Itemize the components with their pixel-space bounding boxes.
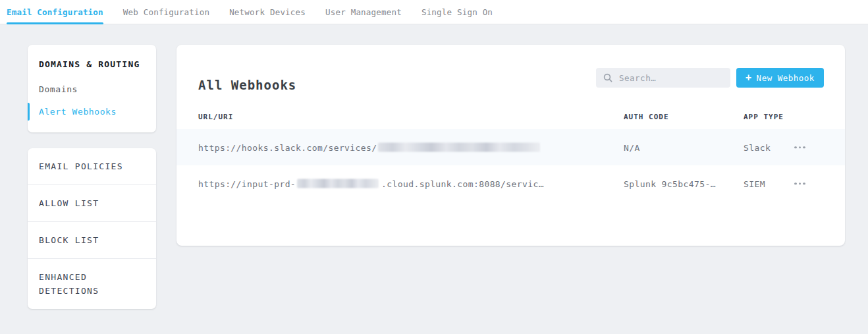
redacted-url-segment bbox=[378, 142, 540, 152]
sidebar-item-domains[interactable]: Domains bbox=[28, 80, 156, 99]
table-row[interactable]: https://hooks.slack.com/services/ N/A Sl… bbox=[176, 129, 845, 165]
tab-web-configuration[interactable]: Web Configuration bbox=[123, 0, 209, 24]
row-actions-menu-icon[interactable] bbox=[793, 144, 807, 152]
webhook-app-type: SIEM bbox=[744, 179, 765, 188]
search-icon bbox=[603, 73, 612, 82]
webhooks-panel: All Webhooks + New Webhook URL/URI AUTH … bbox=[176, 45, 845, 246]
row-actions-menu-icon[interactable] bbox=[793, 180, 807, 188]
sidebar-item-enhanced-detections[interactable]: ENHANCED DETECTIONS bbox=[28, 259, 156, 309]
tab-single-sign-on[interactable]: Single Sign On bbox=[421, 0, 493, 24]
webhooks-table: URL/URI AUTH CODE APP TYPE https://hooks… bbox=[176, 105, 845, 202]
new-webhook-label: New Webhook bbox=[757, 73, 815, 83]
webhook-auth-code: N/A bbox=[624, 142, 640, 152]
webhook-app-type: Slack bbox=[744, 142, 771, 152]
column-header-url: URL/URI bbox=[198, 105, 233, 129]
new-webhook-button[interactable]: + New Webhook bbox=[736, 68, 824, 88]
search-box bbox=[596, 68, 730, 88]
sidebar-section-header: DOMAINS & ROUTING bbox=[28, 59, 156, 69]
column-header-auth: AUTH CODE bbox=[624, 105, 669, 129]
table-header-row: URL/URI AUTH CODE APP TYPE bbox=[176, 105, 845, 129]
tab-email-configuration[interactable]: Email Configuration bbox=[7, 0, 103, 24]
sidebar-item-allow-list[interactable]: ALLOW LIST bbox=[28, 185, 156, 222]
sidebar-domains-routing-card: DOMAINS & ROUTING Domains Alert Webhooks bbox=[28, 45, 156, 132]
redacted-url-segment bbox=[297, 179, 379, 188]
top-navigation: Email Configuration Web Configuration Ne… bbox=[0, 0, 868, 24]
webhook-url: https://input-prd-.cloud.splunk.com:8088… bbox=[198, 179, 544, 188]
table-row[interactable]: https://input-prd-.cloud.splunk.com:8088… bbox=[176, 165, 845, 202]
sidebar-item-email-policies[interactable]: EMAIL POLICIES bbox=[28, 148, 156, 185]
url-text: https://hooks.slack.com/services/ bbox=[198, 142, 377, 152]
sidebar-item-block-list[interactable]: BLOCK LIST bbox=[28, 222, 156, 259]
webhook-auth-code: Splunk 9c5bc475-… bbox=[624, 179, 716, 188]
page-title: All Webhooks bbox=[198, 78, 296, 92]
url-text: .cloud.splunk.com:8088/servic… bbox=[381, 179, 544, 188]
tab-user-management[interactable]: User Management bbox=[325, 0, 402, 24]
column-header-app: APP TYPE bbox=[744, 105, 784, 129]
search-input[interactable] bbox=[618, 72, 723, 84]
webhook-url: https://hooks.slack.com/services/ bbox=[198, 142, 540, 152]
url-text: https://input-prd- bbox=[198, 179, 296, 188]
sidebar-item-alert-webhooks[interactable]: Alert Webhooks bbox=[28, 102, 156, 121]
tab-network-devices[interactable]: Network Devices bbox=[229, 0, 306, 24]
plus-icon: + bbox=[746, 73, 752, 83]
sidebar-sections-card: EMAIL POLICIES ALLOW LIST BLOCK LIST ENH… bbox=[28, 148, 156, 309]
